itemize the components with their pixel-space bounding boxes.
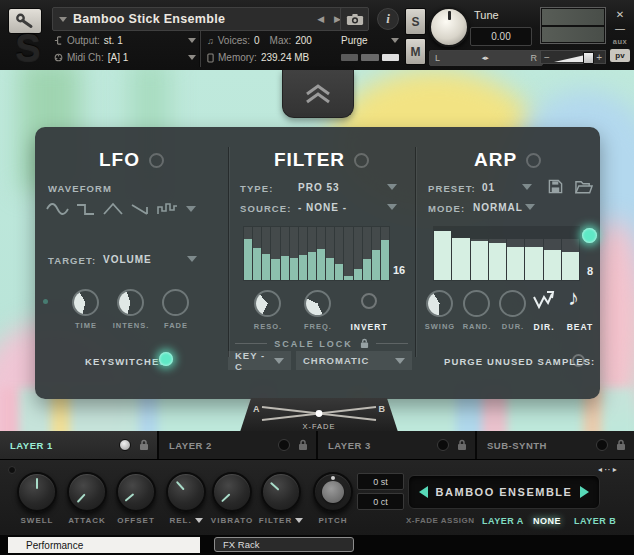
seq-step[interactable] — [452, 227, 469, 280]
chevron-down-icon[interactable] — [186, 206, 196, 212]
info-icon[interactable]: i — [377, 8, 399, 30]
minimize-icon[interactable]: — — [612, 22, 628, 34]
pitch-knob[interactable] — [313, 472, 353, 512]
prev-instrument-icon[interactable]: ◀ — [315, 14, 326, 24]
seq-step[interactable] — [372, 227, 380, 280]
lock-icon[interactable] — [298, 439, 308, 451]
next-patch-arrow[interactable] — [580, 486, 589, 498]
tab-performance[interactable]: Performance — [8, 537, 200, 553]
seq-step[interactable] — [335, 227, 343, 280]
chevron-down-icon[interactable] — [387, 184, 397, 190]
random-wave-icon[interactable] — [157, 201, 179, 217]
purge-menu[interactable]: Purge — [341, 33, 399, 48]
snapshot-button[interactable] — [340, 7, 369, 31]
solo-button[interactable]: S — [405, 8, 426, 35]
filter-label[interactable]: FILTER — [253, 516, 309, 525]
arp-direction-icon[interactable] — [532, 289, 556, 315]
seq-step[interactable] — [308, 227, 316, 280]
seq-step[interactable] — [562, 227, 579, 280]
arp-mode-value[interactable]: NORMAL — [473, 202, 523, 213]
seq-step[interactable] — [507, 227, 524, 280]
chevron-down-icon[interactable] — [59, 17, 67, 22]
load-preset-icon[interactable] — [575, 180, 593, 194]
xfade-assign-layer-b[interactable]: LAYER B — [574, 516, 616, 526]
tab-sub-synth[interactable]: SUB-SYNTH — [477, 431, 634, 459]
filter-invert-toggle[interactable] — [361, 293, 377, 309]
scroll-dots-icon[interactable]: ◂··▸ — [598, 464, 617, 475]
square-wave-icon[interactable] — [76, 201, 96, 217]
tune-knob[interactable] — [429, 7, 469, 47]
arp-preset-value[interactable]: 01 — [482, 182, 495, 193]
instrument-title-bar[interactable]: Bamboo Stick Ensemble ◀ ▶ — [52, 7, 350, 31]
lfo-time-knob[interactable] — [72, 289, 99, 316]
arp-enable-indicator[interactable] — [526, 153, 541, 168]
chevron-down-icon[interactable] — [525, 204, 535, 210]
tab-fx-rack[interactable]: FX Rack — [214, 537, 354, 552]
seq-step[interactable] — [299, 227, 307, 280]
lfo-enable-indicator[interactable] — [149, 153, 164, 168]
key-select[interactable]: KEY - C — [228, 351, 291, 370]
seq-step[interactable] — [271, 227, 279, 280]
chevron-down-icon[interactable] — [188, 38, 196, 43]
xfade-assign-layer-a[interactable]: LAYER A — [482, 516, 524, 526]
chevron-down-icon[interactable] — [188, 55, 196, 60]
tab-layer-2[interactable]: LAYER 2 — [159, 431, 316, 459]
chevron-down-icon[interactable] — [522, 184, 532, 190]
seq-step[interactable] — [381, 227, 389, 280]
sine-wave-icon[interactable] — [46, 201, 69, 217]
filter-freq-knob[interactable] — [304, 290, 331, 317]
plus-icon[interactable]: + — [596, 52, 602, 63]
tab-layer-1[interactable]: LAYER 1 — [0, 431, 157, 459]
seq-step[interactable] — [317, 227, 325, 280]
mute-button[interactable]: M — [405, 38, 426, 65]
target-value[interactable]: VOLUME — [103, 254, 152, 265]
patch-name[interactable]: BAMBOO ENSEMBLE — [428, 486, 580, 498]
purge-unused-samples-toggle[interactable] — [572, 354, 585, 367]
seq-step[interactable] — [253, 227, 261, 280]
seq-step[interactable] — [525, 227, 542, 280]
layer-power-led[interactable] — [278, 439, 290, 451]
arp-random-knob[interactable] — [463, 290, 490, 317]
filter-type-value[interactable]: PRO 53 — [298, 182, 340, 193]
layer-power-led[interactable] — [596, 439, 608, 451]
seq-step[interactable] — [363, 227, 371, 280]
layer-power-led[interactable] — [119, 439, 131, 451]
filter-enable-indicator[interactable] — [354, 153, 369, 168]
lock-icon[interactable] — [616, 439, 626, 451]
aux-button[interactable]: aux — [608, 36, 632, 47]
keyswitches-toggle[interactable] — [159, 352, 173, 366]
volume-handle[interactable] — [583, 52, 594, 64]
offset-knob[interactable] — [116, 472, 156, 512]
filter-source-value[interactable]: - NONE - — [298, 202, 347, 213]
xfade-slider[interactable]: A B X-FADE — [240, 398, 398, 432]
minus-icon[interactable]: − — [544, 52, 550, 63]
pan-slider[interactable]: L ◂▸ R — [429, 50, 543, 66]
xfade-assign-none[interactable]: NONE — [533, 516, 561, 526]
pv-button[interactable]: pv — [610, 49, 630, 62]
seq-step[interactable] — [434, 227, 451, 280]
lfo-intensity-knob[interactable] — [117, 289, 144, 316]
chevron-down-icon[interactable] — [295, 518, 303, 523]
arp-duration-knob[interactable] — [499, 290, 526, 317]
seq-step[interactable] — [544, 227, 561, 280]
arp-beat-icon[interactable]: ♪ — [568, 285, 579, 311]
midi-channel-select[interactable]: Midi Ch: [A] 1 — [54, 50, 198, 65]
save-preset-icon[interactable] — [548, 179, 563, 194]
chevron-down-icon[interactable] — [391, 38, 399, 43]
lfo-fade-knob[interactable] — [162, 289, 189, 316]
layer-power-led[interactable] — [437, 439, 449, 451]
saw-wave-icon[interactable] — [130, 201, 150, 217]
pitch-cent-field[interactable]: 0 ct — [357, 493, 404, 510]
seq-step[interactable] — [344, 227, 352, 280]
collapse-panel-button[interactable] — [282, 70, 354, 118]
pitch-semitone-field[interactable]: 0 st — [357, 473, 404, 490]
seq-step[interactable] — [290, 227, 298, 280]
chevron-down-icon[interactable] — [195, 518, 203, 523]
seq-step[interactable] — [489, 227, 506, 280]
attack-knob[interactable] — [67, 472, 107, 512]
chevron-down-icon[interactable] — [187, 256, 197, 262]
seq-step[interactable] — [281, 227, 289, 280]
release-knob[interactable] — [166, 472, 206, 512]
tab-layer-3[interactable]: LAYER 3 — [318, 431, 475, 459]
filter-knob[interactable] — [261, 472, 301, 512]
